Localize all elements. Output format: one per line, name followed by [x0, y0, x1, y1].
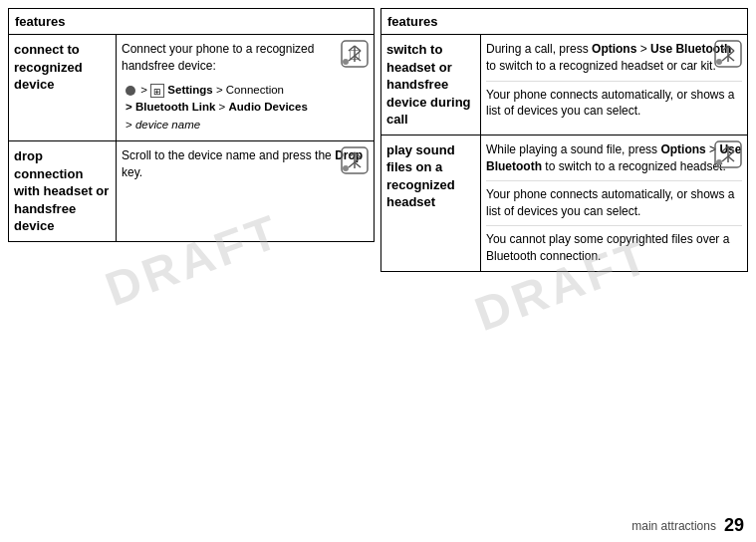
svg-line-20: [728, 51, 734, 56]
settings-icon: ⊞: [150, 84, 164, 98]
svg-point-32: [716, 159, 722, 165]
arrow-sep4: >: [126, 119, 135, 131]
feature-desc-switch: During a call, press Options > Use Bluet…: [481, 35, 748, 136]
desc-drop: Scroll to the device name and press the: [122, 148, 335, 162]
svg-line-14: [349, 152, 355, 157]
svg-line-11: [355, 152, 361, 157]
desc-drop-end: key.: [122, 165, 142, 179]
right-table: features switch to headset or handsfree …: [380, 8, 748, 272]
page-container: DRAFT DRAFT features connect to recogniz…: [0, 0, 756, 542]
footer-text: main attractions: [631, 519, 716, 533]
desc-switch-1b: >: [636, 42, 650, 56]
feature-name-play: play sound files on a recognized headset: [381, 135, 481, 271]
bluetooth-icon-switch: [714, 40, 742, 73]
table-row: switch to headset or handsfree device du…: [381, 35, 748, 136]
options-label-1: Options: [592, 42, 636, 56]
feature-name-connect: connect to recognized device: [9, 35, 117, 141]
main-content: DRAFT DRAFT features connect to recogniz…: [0, 0, 756, 511]
svg-line-27: [728, 146, 734, 151]
desc-switch-1c: to switch to a recognized headset or car…: [486, 59, 716, 73]
bluetooth-icon-connect: □: [341, 40, 369, 73]
audio-devices-label: Audio Devices: [229, 101, 308, 113]
desc-switch-para2: Your phone connects automatically, or sh…: [486, 81, 742, 121]
svg-line-23: [722, 56, 728, 61]
desc-play-1c: to switch to a recognized headset.: [542, 159, 726, 173]
bluetooth-link-label: > Bluetooth Link: [126, 101, 215, 113]
svg-line-15: [349, 162, 355, 167]
table-row: play sound files on a recognized headset: [381, 135, 748, 271]
arrow-sep1: >: [140, 84, 150, 96]
feature-desc-drop: Scroll to the device name and press the …: [117, 141, 375, 242]
svg-line-12: [355, 157, 361, 162]
svg-line-22: [722, 46, 728, 51]
arrow-sep2: > Connection: [216, 84, 284, 96]
settings-label: Settings: [167, 84, 212, 96]
bullet-icon: [126, 86, 135, 96]
desc-connect-intro: Connect your phone to a recognized hands…: [122, 42, 314, 73]
table-row: connect to recognized device □: [9, 35, 375, 141]
svg-line-30: [722, 146, 728, 151]
arrow-sep3: >: [219, 101, 229, 113]
desc-play-1a: While playing a sound file, press: [486, 142, 660, 156]
bluetooth-icon-drop: [341, 146, 369, 179]
desc-switch-1a: During a call, press: [486, 42, 592, 56]
feature-desc-play: While playing a sound file, press Option…: [481, 135, 748, 271]
page-number: 29: [724, 515, 744, 536]
svg-point-8: [343, 59, 349, 65]
bluetooth-icon-play: [714, 140, 742, 173]
tables-wrapper: DRAFT DRAFT features connect to recogniz…: [8, 8, 748, 511]
svg-point-24: [716, 59, 722, 65]
feature-name-switch: switch to headset or handsfree device du…: [381, 35, 481, 136]
options-label-2: Options: [660, 142, 705, 156]
device-name-label: device name: [135, 119, 200, 131]
svg-line-28: [728, 151, 734, 156]
desc-play-para3: You cannot play some copyrighted files o…: [486, 225, 742, 265]
svg-line-29: [728, 156, 734, 161]
left-table: features connect to recognized device □: [8, 8, 375, 242]
svg-line-19: [728, 46, 734, 51]
svg-point-16: [343, 165, 349, 171]
feature-name-drop: drop connection with headset or handsfre…: [9, 141, 117, 242]
right-table-header: features: [381, 9, 748, 35]
svg-line-13: [355, 162, 361, 167]
desc-play-para2: Your phone connects automatically, or sh…: [486, 180, 742, 220]
feature-desc-connect: □: [117, 35, 375, 141]
left-table-header: features: [9, 9, 375, 35]
menu-path-connect: > ⊞ Settings > Connection > Bluetooth Li…: [122, 82, 369, 135]
svg-line-31: [722, 156, 728, 161]
table-row: drop connection with headset or handsfre…: [9, 141, 375, 242]
svg-line-21: [728, 56, 734, 61]
footer: main attractions 29: [0, 511, 756, 542]
